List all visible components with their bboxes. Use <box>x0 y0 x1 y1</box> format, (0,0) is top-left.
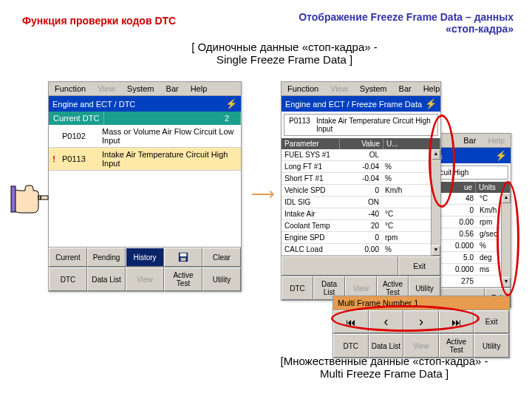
menu-help[interactable]: Help <box>185 82 214 95</box>
param-unit: % <box>382 173 410 184</box>
param-name: Coolant Temp <box>282 220 339 231</box>
param-value: OL <box>339 149 382 160</box>
menu-system[interactable]: System <box>354 82 393 95</box>
active-test-button[interactable]: Active Test <box>439 334 474 358</box>
param-unit: % <box>382 161 410 172</box>
svg-rect-2 <box>181 258 186 261</box>
param-value: 20 <box>339 220 382 231</box>
param-row[interactable]: Engine SPD0rpm <box>282 232 440 244</box>
arrow-right-icon: ⟶ <box>251 185 275 204</box>
menu-system[interactable]: System <box>121 82 160 95</box>
menu-bar[interactable]: Bar <box>457 134 482 147</box>
save-button[interactable] <box>164 248 202 267</box>
param-row[interactable]: FUEL SYS #1OL <box>282 149 440 161</box>
param-value: -0.04 <box>339 173 382 184</box>
param-unit: % <box>382 244 410 255</box>
param-value: ON <box>339 197 382 208</box>
status-count: 2 <box>104 112 241 125</box>
current-button[interactable]: Current <box>49 248 87 267</box>
page-title-right: Отображение Freeze Frame Data – данных «… <box>292 11 514 35</box>
param-name: Intake Air <box>282 208 339 219</box>
menu-function[interactable]: Function <box>49 82 92 95</box>
param-name: Long FT #1 <box>282 161 339 172</box>
param-unit: °C <box>382 208 410 219</box>
pointing-hand-icon <box>7 177 52 231</box>
param-rows: FUEL SYS #1OLLong FT #1-0.04%Short FT #1… <box>282 149 440 256</box>
param-row[interactable]: Coolant Temp20°C <box>282 220 440 232</box>
title-text: Engine and ECT / Freeze Frame Data <box>285 100 422 109</box>
head-param: Parameter <box>282 138 340 149</box>
menu-bar[interactable]: Bar <box>160 82 185 95</box>
view-button: View <box>126 267 164 291</box>
highlight-ellipse <box>331 305 480 332</box>
dtc-desc: Intake Air Temperature Circuit High Inpu… <box>316 117 433 133</box>
param-name: Vehicle SPD <box>282 185 339 196</box>
spacer <box>282 256 398 276</box>
param-row[interactable]: IDL SIGON <box>282 197 440 208</box>
dtc-row-selected[interactable]: ! P0113 Intake Air Temperature Circuit H… <box>49 148 241 171</box>
dtc-window: Function View System Bar Help Engine and… <box>48 81 242 292</box>
data-list-button[interactable]: Data List <box>87 267 126 291</box>
param-unit <box>382 197 410 208</box>
clear-button[interactable]: Clear <box>202 248 241 267</box>
highlight-ellipse <box>497 181 519 296</box>
param-unit: Km/h <box>382 185 410 196</box>
exit-button[interactable]: Exit <box>398 256 440 276</box>
button-row-1: Current Pending History Clear <box>49 247 241 267</box>
page-title-left: Функция проверки кодов DTC <box>22 15 176 27</box>
param-row[interactable]: Short FT #1-0.04% <box>282 173 440 185</box>
code-box: P0113 Intake Air Temperature Circuit Hig… <box>284 114 438 136</box>
param-name: Engine SPD <box>282 232 339 243</box>
button-row: DTC Data List View Active Test Utility <box>333 333 509 358</box>
menubar[interactable]: Function View System Bar Help <box>49 82 241 96</box>
highlight-ellipse <box>429 115 455 208</box>
param-unit: rpm <box>382 232 410 243</box>
exit-button[interactable]: Exit <box>474 310 509 333</box>
param-row[interactable]: Long FT #1-0.04% <box>282 161 440 173</box>
svg-rect-1 <box>180 253 187 256</box>
floppy-icon <box>178 252 188 262</box>
dtc-button[interactable]: DTC <box>282 276 313 300</box>
param-unit <box>382 149 410 160</box>
param-value: -40 <box>339 208 382 219</box>
view-button: View <box>403 334 439 358</box>
scroll-down-icon[interactable]: ▾ <box>432 245 440 256</box>
button-row-1: Exit <box>282 256 440 276</box>
menu-bar[interactable]: Bar <box>393 82 417 95</box>
status-label: Current DTC <box>49 112 104 125</box>
param-name: FUEL SYS #1 <box>282 149 339 160</box>
button-row-2: DTC Data List View Active Test Utility <box>49 267 241 291</box>
dtc-code: P0113 <box>59 154 99 163</box>
menu-help: Help <box>482 134 511 147</box>
utility-button[interactable]: Utility <box>202 267 241 291</box>
data-list-button[interactable]: Data List <box>369 334 404 358</box>
param-row[interactable]: Intake Air-40°C <box>282 208 440 220</box>
active-test-button[interactable]: Active Test <box>164 267 202 291</box>
menu-view: View <box>324 82 354 95</box>
exclaim-icon: ! <box>49 154 59 163</box>
title-bar: Engine and ECT / Freeze Frame Data ⚡ <box>282 96 440 112</box>
freeze-data-window: Function View System Bar Help Engine and… <box>281 81 441 301</box>
param-name: CALC Load <box>282 244 339 255</box>
param-value: -0.04 <box>339 161 382 172</box>
dtc-button[interactable]: DTC <box>333 334 369 358</box>
bolt-icon: ⚡ <box>425 98 437 109</box>
dtc-button[interactable]: DTC <box>49 267 87 291</box>
history-button[interactable]: History <box>126 248 164 267</box>
status-bar: Current DTC 2 <box>49 112 241 125</box>
param-row[interactable]: Vehicle SPD0Km/h <box>282 185 440 197</box>
subtitle-bottom: [Множественные данные «стоп-кадра» - Mul… <box>273 355 495 380</box>
param-unit: °C <box>382 220 410 231</box>
menu-help[interactable]: Help <box>417 82 446 95</box>
dtc-desc: Intake Air Temperature Circuit High Inpu… <box>99 148 241 170</box>
utility-button[interactable]: Utility <box>474 334 509 358</box>
param-name: IDL SIG <box>282 197 339 208</box>
dtc-code: P0102 <box>59 132 99 140</box>
dtc-code: P0113 <box>289 117 310 133</box>
menubar[interactable]: Function View System Bar Help <box>282 82 440 96</box>
pending-button[interactable]: Pending <box>87 248 126 267</box>
dtc-row[interactable]: P0102 Mass or Volume Air Flow Circuit Lo… <box>49 125 241 148</box>
menu-function[interactable]: Function <box>282 82 324 95</box>
svg-rect-3 <box>11 186 16 212</box>
param-row[interactable]: CALC Load0.00% <box>282 244 440 256</box>
